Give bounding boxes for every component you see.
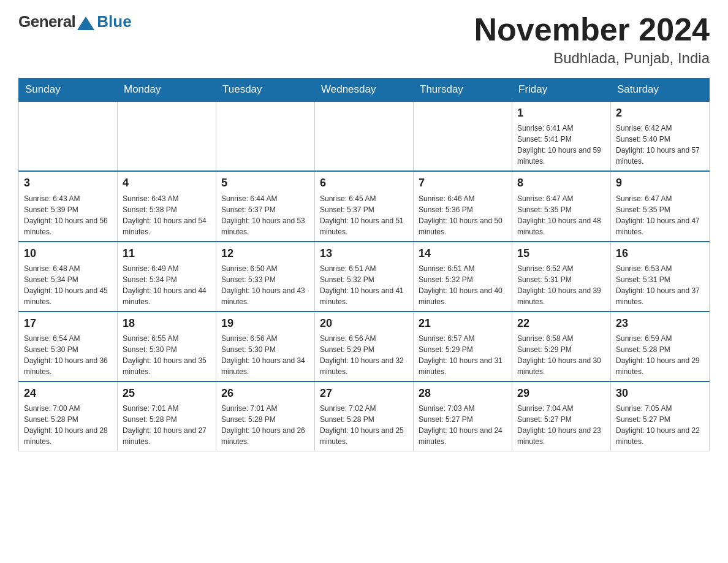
day-number: 26 — [221, 386, 309, 401]
day-number: 20 — [320, 316, 408, 331]
day-info: Sunrise: 6:51 AM Sunset: 5:32 PM Dayligh… — [320, 263, 408, 307]
day-number: 10 — [24, 246, 112, 261]
day-number: 15 — [517, 246, 605, 261]
calendar-day-header: Tuesday — [216, 79, 315, 102]
calendar-day-cell — [414, 101, 512, 171]
calendar-day-cell: 8Sunrise: 6:47 AM Sunset: 5:35 PM Daylig… — [512, 171, 611, 241]
day-info: Sunrise: 6:57 AM Sunset: 5:29 PM Dayligh… — [419, 333, 507, 377]
location-subtitle: Budhlada, Punjab, India — [474, 50, 710, 67]
calendar-week-row: 24Sunrise: 7:00 AM Sunset: 5:28 PM Dayli… — [19, 381, 710, 451]
day-number: 8 — [517, 175, 605, 191]
logo: General Blue — [18, 12, 132, 31]
day-info: Sunrise: 6:46 AM Sunset: 5:36 PM Dayligh… — [419, 193, 507, 237]
calendar-day-cell: 27Sunrise: 7:02 AM Sunset: 5:28 PM Dayli… — [315, 381, 414, 451]
calendar-day-cell — [19, 101, 118, 171]
calendar-day-cell: 17Sunrise: 6:54 AM Sunset: 5:30 PM Dayli… — [19, 312, 118, 381]
logo-general-text: General — [18, 12, 75, 31]
day-number: 25 — [123, 386, 211, 401]
calendar-day-cell: 19Sunrise: 6:56 AM Sunset: 5:30 PM Dayli… — [216, 312, 315, 381]
calendar-day-cell: 24Sunrise: 7:00 AM Sunset: 5:28 PM Dayli… — [19, 381, 118, 451]
calendar-day-cell: 1Sunrise: 6:41 AM Sunset: 5:41 PM Daylig… — [512, 101, 611, 171]
calendar-week-row: 1Sunrise: 6:41 AM Sunset: 5:41 PM Daylig… — [19, 101, 710, 171]
calendar-day-header: Friday — [512, 79, 611, 102]
calendar-day-cell: 30Sunrise: 7:05 AM Sunset: 5:27 PM Dayli… — [611, 381, 710, 451]
calendar-day-cell: 21Sunrise: 6:57 AM Sunset: 5:29 PM Dayli… — [414, 312, 512, 381]
calendar-day-cell — [216, 101, 315, 171]
calendar-day-header: Thursday — [414, 79, 512, 102]
day-number: 12 — [221, 246, 309, 261]
day-number: 14 — [419, 246, 507, 261]
day-number: 17 — [24, 316, 112, 331]
calendar-day-cell: 18Sunrise: 6:55 AM Sunset: 5:30 PM Dayli… — [118, 312, 216, 381]
day-number: 6 — [320, 175, 408, 191]
day-info: Sunrise: 6:50 AM Sunset: 5:33 PM Dayligh… — [221, 263, 309, 307]
calendar-day-cell: 16Sunrise: 6:53 AM Sunset: 5:31 PM Dayli… — [611, 242, 710, 312]
day-info: Sunrise: 7:03 AM Sunset: 5:27 PM Dayligh… — [419, 403, 507, 447]
day-info: Sunrise: 6:47 AM Sunset: 5:35 PM Dayligh… — [616, 193, 704, 237]
calendar-day-cell — [118, 101, 216, 171]
day-number: 29 — [517, 386, 605, 401]
calendar-day-header: Saturday — [611, 79, 710, 102]
calendar-week-row: 3Sunrise: 6:43 AM Sunset: 5:39 PM Daylig… — [19, 171, 710, 241]
calendar-day-cell: 3Sunrise: 6:43 AM Sunset: 5:39 PM Daylig… — [19, 171, 118, 241]
calendar-day-header: Monday — [118, 79, 216, 102]
day-info: Sunrise: 6:51 AM Sunset: 5:32 PM Dayligh… — [419, 263, 507, 307]
calendar-day-cell: 11Sunrise: 6:49 AM Sunset: 5:34 PM Dayli… — [118, 242, 216, 312]
day-info: Sunrise: 6:55 AM Sunset: 5:30 PM Dayligh… — [123, 333, 211, 377]
day-info: Sunrise: 6:47 AM Sunset: 5:35 PM Dayligh… — [517, 193, 605, 237]
day-number: 19 — [221, 316, 309, 331]
calendar-week-row: 10Sunrise: 6:48 AM Sunset: 5:34 PM Dayli… — [19, 242, 710, 312]
calendar-day-cell: 23Sunrise: 6:59 AM Sunset: 5:28 PM Dayli… — [611, 312, 710, 381]
day-info: Sunrise: 6:54 AM Sunset: 5:30 PM Dayligh… — [24, 333, 112, 377]
calendar-day-header: Wednesday — [315, 79, 414, 102]
calendar-day-header: Sunday — [19, 79, 118, 102]
day-number: 7 — [419, 175, 507, 191]
calendar-day-cell: 26Sunrise: 7:01 AM Sunset: 5:28 PM Dayli… — [216, 381, 315, 451]
day-info: Sunrise: 6:48 AM Sunset: 5:34 PM Dayligh… — [24, 263, 112, 307]
calendar-day-cell: 20Sunrise: 6:56 AM Sunset: 5:29 PM Dayli… — [315, 312, 414, 381]
calendar-day-cell: 15Sunrise: 6:52 AM Sunset: 5:31 PM Dayli… — [512, 242, 611, 312]
calendar-week-row: 17Sunrise: 6:54 AM Sunset: 5:30 PM Dayli… — [19, 312, 710, 381]
day-info: Sunrise: 7:05 AM Sunset: 5:27 PM Dayligh… — [616, 403, 704, 447]
day-info: Sunrise: 6:56 AM Sunset: 5:30 PM Dayligh… — [221, 333, 309, 377]
calendar-header-row: SundayMondayTuesdayWednesdayThursdayFrid… — [19, 79, 710, 102]
day-number: 28 — [419, 386, 507, 401]
calendar-day-cell: 10Sunrise: 6:48 AM Sunset: 5:34 PM Dayli… — [19, 242, 118, 312]
day-number: 27 — [320, 386, 408, 401]
day-info: Sunrise: 6:43 AM Sunset: 5:39 PM Dayligh… — [24, 193, 112, 237]
day-number: 23 — [616, 316, 704, 331]
calendar-day-cell: 13Sunrise: 6:51 AM Sunset: 5:32 PM Dayli… — [315, 242, 414, 312]
logo-blue-text: Blue — [97, 12, 131, 31]
day-number: 13 — [320, 246, 408, 261]
day-info: Sunrise: 6:45 AM Sunset: 5:37 PM Dayligh… — [320, 193, 408, 237]
page-header: General Blue November 2024 Budhlada, Pun… — [18, 12, 710, 67]
calendar-day-cell: 2Sunrise: 6:42 AM Sunset: 5:40 PM Daylig… — [611, 101, 710, 171]
title-area: November 2024 Budhlada, Punjab, India — [474, 12, 710, 67]
day-info: Sunrise: 7:00 AM Sunset: 5:28 PM Dayligh… — [24, 403, 112, 447]
day-info: Sunrise: 6:58 AM Sunset: 5:29 PM Dayligh… — [517, 333, 605, 377]
day-number: 21 — [419, 316, 507, 331]
calendar-day-cell: 5Sunrise: 6:44 AM Sunset: 5:37 PM Daylig… — [216, 171, 315, 241]
day-number: 22 — [517, 316, 605, 331]
day-info: Sunrise: 6:44 AM Sunset: 5:37 PM Dayligh… — [221, 193, 309, 237]
day-info: Sunrise: 6:41 AM Sunset: 5:41 PM Dayligh… — [517, 123, 605, 167]
day-info: Sunrise: 7:02 AM Sunset: 5:28 PM Dayligh… — [320, 403, 408, 447]
day-number: 30 — [616, 386, 704, 401]
month-title: November 2024 — [474, 12, 710, 47]
calendar-day-cell: 9Sunrise: 6:47 AM Sunset: 5:35 PM Daylig… — [611, 171, 710, 241]
day-info: Sunrise: 7:01 AM Sunset: 5:28 PM Dayligh… — [123, 403, 211, 447]
day-info: Sunrise: 7:04 AM Sunset: 5:27 PM Dayligh… — [517, 403, 605, 447]
day-info: Sunrise: 6:43 AM Sunset: 5:38 PM Dayligh… — [123, 193, 211, 237]
logo-triangle-icon — [77, 17, 94, 30]
day-number: 18 — [123, 316, 211, 331]
day-number: 11 — [123, 246, 211, 261]
day-number: 9 — [616, 175, 704, 191]
calendar-day-cell — [315, 101, 414, 171]
day-number: 24 — [24, 386, 112, 401]
day-info: Sunrise: 6:49 AM Sunset: 5:34 PM Dayligh… — [123, 263, 211, 307]
calendar-day-cell: 14Sunrise: 6:51 AM Sunset: 5:32 PM Dayli… — [414, 242, 512, 312]
day-number: 16 — [616, 246, 704, 261]
calendar-day-cell: 4Sunrise: 6:43 AM Sunset: 5:38 PM Daylig… — [118, 171, 216, 241]
calendar-day-cell: 12Sunrise: 6:50 AM Sunset: 5:33 PM Dayli… — [216, 242, 315, 312]
day-number: 1 — [517, 105, 605, 121]
